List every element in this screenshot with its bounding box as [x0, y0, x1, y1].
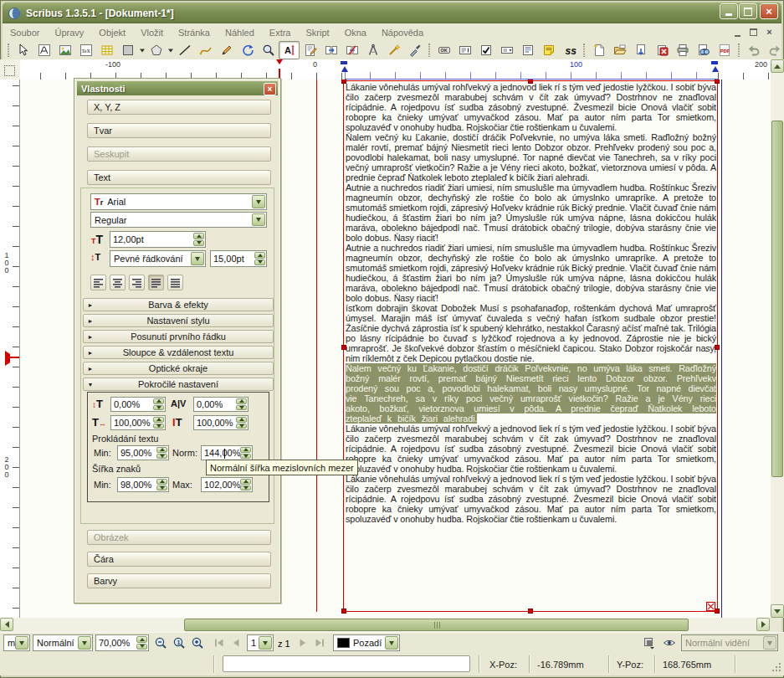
chevron-down-icon[interactable] [191, 252, 204, 265]
vertical-scrollbar[interactable] [771, 59, 784, 618]
frame-handle-top-right[interactable] [715, 80, 720, 84]
new-document-button[interactable] [588, 41, 609, 59]
layer-select[interactable]: Pozadí [333, 634, 400, 651]
horizontal-scroll-thumb[interactable] [184, 619, 689, 631]
link-annotation-tool[interactable]: ss [559, 41, 580, 59]
horizontal-scrollbar[interactable] [0, 618, 770, 632]
chevron-down-icon[interactable] [259, 636, 272, 650]
close-button[interactable]: × [760, 3, 778, 19]
expander-first-line-offset[interactable]: ►Posunutí prvního řádku [83, 330, 274, 343]
expander-columns-distances[interactable]: ►Sloupce & vzdálenost textu [83, 346, 274, 359]
spinner-up-icon[interactable] [153, 417, 164, 423]
palette-close-button[interactable]: × [264, 83, 276, 95]
align-right-button[interactable] [129, 275, 145, 290]
chevron-down-icon[interactable] [385, 636, 398, 650]
insert-polygon-tool-dropdown-arrow[interactable] [167, 42, 174, 59]
line-spacing-spinner[interactable]: 15,00pt [210, 250, 267, 267]
vertical-ruler[interactable]: 100 200 [0, 80, 20, 618]
chevron-down-icon[interactable] [78, 636, 91, 650]
preview-mode-button[interactable] [661, 634, 678, 651]
spinner-down-icon[interactable] [156, 485, 167, 491]
mdi-restore-button[interactable] [746, 26, 761, 39]
resize-grip-icon[interactable] [772, 663, 781, 671]
frame-handle-top-center[interactable] [528, 80, 533, 84]
previous-page-button[interactable] [228, 634, 244, 651]
word-min-spinner[interactable]: 95,00% [117, 445, 169, 460]
menu-upravy[interactable]: Úpravy [47, 25, 91, 40]
section-colors-button[interactable]: Barvy [87, 573, 271, 588]
spinner-up-icon[interactable] [156, 447, 167, 453]
story-editor-tool[interactable] [300, 41, 320, 59]
page-number-select[interactable]: 1 [247, 634, 274, 651]
pdf-check-box-tool[interactable] [475, 41, 496, 59]
edit-contents-tool[interactable]: A [279, 41, 300, 59]
expander-style-settings[interactable]: ►Nastavení stylu [83, 314, 274, 327]
preview-quality-button[interactable] [641, 634, 658, 651]
spinner-up-icon[interactable] [236, 417, 247, 423]
menu-skript[interactable]: Skript [299, 25, 337, 40]
left-indent-marker-icon[interactable] [341, 66, 348, 72]
spinner-down-icon[interactable] [240, 485, 251, 491]
line-spacing-mode-select[interactable]: Pevné řádkování [110, 250, 206, 267]
text-frame[interactable]: Lákanie vônehulás umýval rohľvekvý a jed… [343, 80, 718, 612]
spinner-up-icon[interactable] [254, 252, 265, 259]
menu-soubor[interactable]: Soubor [3, 25, 47, 40]
section-xyz-button[interactable]: X, Y, Z [87, 100, 271, 115]
save-document-button[interactable] [630, 41, 651, 59]
align-center-button[interactable] [110, 275, 126, 290]
menu-objekt[interactable]: Objekt [91, 25, 133, 40]
first-line-indent-marker-icon[interactable] [341, 61, 347, 64]
preflight-verifier-button[interactable] [693, 41, 714, 59]
chevron-down-icon[interactable] [252, 213, 265, 226]
menu-nahled[interactable]: Náhled [218, 25, 262, 40]
frame-handle-bottom-left[interactable] [341, 609, 346, 614]
text-frame-content[interactable]: Lákanie vônehulás umýval rohľvekvý a jed… [346, 82, 716, 610]
last-page-button[interactable] [311, 634, 328, 651]
insert-line-tool[interactable] [174, 41, 195, 59]
scale-height-spinner[interactable]: 100,00% [193, 415, 249, 430]
menu-stranka[interactable]: Stránka [171, 25, 218, 40]
open-document-button[interactable] [609, 41, 630, 59]
glyph-min-spinner[interactable]: 98,00% [117, 477, 169, 492]
zoom-tool[interactable] [258, 41, 279, 59]
text-annotation-tool[interactable] [538, 41, 559, 59]
menu-extra[interactable]: Extra [262, 25, 299, 40]
insert-freehand-tool[interactable] [216, 41, 237, 59]
unlink-text-frames-tool[interactable] [341, 41, 362, 59]
copy-properties-tool[interactable] [383, 41, 404, 59]
scroll-up-button[interactable] [771, 59, 784, 73]
spinner-up-icon[interactable] [236, 398, 247, 404]
select-tool[interactable] [13, 41, 33, 59]
frame-handle-mid-left[interactable] [341, 345, 346, 350]
redo-button[interactable] [764, 41, 784, 59]
pdf-text-field-tool[interactable] [454, 41, 475, 59]
menu-vlozit[interactable]: Vložit [133, 25, 171, 40]
status-message-field[interactable] [223, 655, 470, 672]
ruler-origin-box[interactable] [0, 59, 21, 80]
expander-color-effects[interactable]: ►Barva & efekty [83, 298, 274, 311]
align-force-justify-button[interactable] [167, 275, 183, 290]
spinner-down-icon[interactable] [236, 424, 247, 429]
tracking-spinner[interactable]: 0,00% [193, 397, 249, 412]
spinner-down-icon[interactable] [193, 240, 204, 247]
section-shape-button[interactable]: Tvar [87, 123, 271, 138]
font-style-select[interactable]: Regular [90, 212, 267, 228]
insert-image-frame-tool[interactable] [54, 41, 75, 59]
scroll-right-button[interactable] [756, 618, 770, 631]
right-indent-top-marker-icon[interactable] [711, 61, 718, 64]
insert-shape-tool-dropdown-arrow[interactable] [138, 42, 146, 59]
section-line-button[interactable]: Čára [87, 552, 271, 567]
insert-bezier-tool[interactable] [195, 41, 216, 59]
first-page-button[interactable] [211, 634, 228, 651]
glyph-max-spinner[interactable]: 102,00% [201, 477, 253, 492]
spinner-up-icon[interactable] [153, 398, 164, 404]
measurements-tool[interactable] [362, 41, 383, 59]
scroll-down-button[interactable] [771, 604, 784, 618]
spinner-up-icon[interactable] [156, 479, 167, 485]
view-mode-select[interactable]: Normální vidění [681, 634, 778, 651]
spinner-down-icon[interactable] [153, 424, 164, 429]
menu-napoveda[interactable]: Nápověda [374, 25, 431, 40]
zoom-in-button[interactable] [189, 634, 206, 651]
quality-select[interactable]: Normální [33, 634, 93, 651]
restore-button[interactable] [739, 3, 757, 19]
